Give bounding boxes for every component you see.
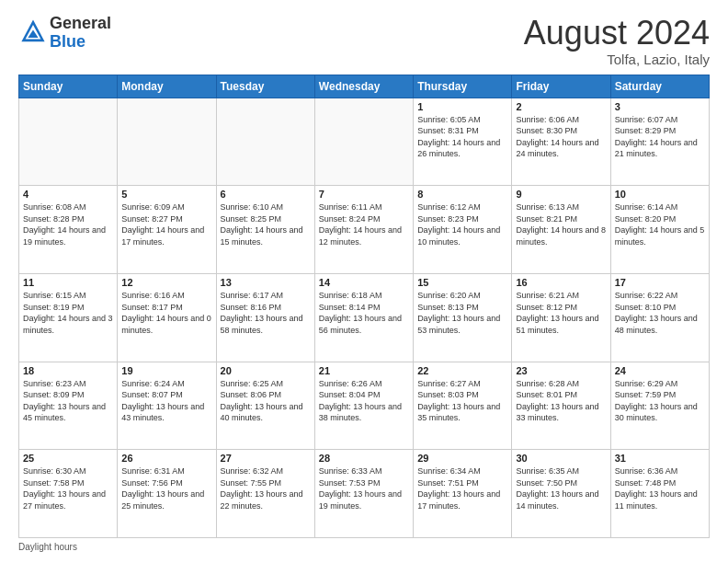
day-number: 30 bbox=[516, 453, 606, 464]
day-number: 3 bbox=[615, 101, 705, 112]
day-detail: Sunrise: 6:32 AM Sunset: 7:55 PM Dayligh… bbox=[221, 465, 311, 511]
day-detail: Sunrise: 6:35 AM Sunset: 7:50 PM Dayligh… bbox=[516, 465, 606, 511]
day-detail: Sunrise: 6:36 AM Sunset: 7:48 PM Dayligh… bbox=[615, 465, 705, 511]
day-number: 9 bbox=[516, 189, 606, 200]
calendar-cell bbox=[216, 98, 314, 186]
day-number: 25 bbox=[23, 453, 113, 464]
calendar-cell: 23Sunrise: 6:28 AM Sunset: 8:01 PM Dayli… bbox=[512, 362, 610, 450]
logo-general: General bbox=[50, 14, 111, 32]
calendar-cell: 19Sunrise: 6:24 AM Sunset: 8:07 PM Dayli… bbox=[118, 362, 216, 450]
day-number: 29 bbox=[417, 453, 507, 464]
calendar-cell: 27Sunrise: 6:32 AM Sunset: 7:55 PM Dayli… bbox=[216, 450, 314, 538]
daylight-label: Daylight hours bbox=[18, 542, 77, 552]
footer: Daylight hours bbox=[18, 542, 710, 552]
logo-text: General Blue bbox=[50, 15, 111, 52]
calendar-cell: 30Sunrise: 6:35 AM Sunset: 7:50 PM Dayli… bbox=[512, 450, 610, 538]
day-detail: Sunrise: 6:08 AM Sunset: 8:28 PM Dayligh… bbox=[23, 201, 113, 247]
day-number: 21 bbox=[319, 365, 409, 376]
location: Tolfa, Lazio, Italy bbox=[524, 52, 710, 67]
day-detail: Sunrise: 6:25 AM Sunset: 8:06 PM Dayligh… bbox=[221, 378, 311, 424]
calendar-week-4: 18Sunrise: 6:23 AM Sunset: 8:09 PM Dayli… bbox=[19, 362, 710, 450]
calendar-cell bbox=[19, 98, 118, 186]
title-block: August 2024 Tolfa, Lazio, Italy bbox=[524, 15, 710, 67]
col-wednesday: Wednesday bbox=[314, 75, 413, 98]
day-number: 6 bbox=[221, 189, 311, 200]
day-number: 12 bbox=[121, 277, 211, 288]
day-detail: Sunrise: 6:11 AM Sunset: 8:24 PM Dayligh… bbox=[319, 201, 409, 247]
day-number: 16 bbox=[516, 277, 606, 288]
day-detail: Sunrise: 6:22 AM Sunset: 8:10 PM Dayligh… bbox=[615, 290, 705, 336]
day-number: 11 bbox=[23, 277, 113, 288]
day-detail: Sunrise: 6:14 AM Sunset: 8:20 PM Dayligh… bbox=[615, 201, 705, 247]
col-sunday: Sunday bbox=[19, 75, 118, 98]
day-detail: Sunrise: 6:28 AM Sunset: 8:01 PM Dayligh… bbox=[516, 378, 606, 424]
calendar-cell: 8Sunrise: 6:12 AM Sunset: 8:23 PM Daylig… bbox=[414, 186, 512, 274]
calendar-table: Sunday Monday Tuesday Wednesday Thursday… bbox=[18, 75, 710, 538]
calendar-cell: 6Sunrise: 6:10 AM Sunset: 8:25 PM Daylig… bbox=[216, 186, 314, 274]
day-number: 24 bbox=[615, 365, 705, 376]
calendar-cell: 13Sunrise: 6:17 AM Sunset: 8:16 PM Dayli… bbox=[216, 273, 314, 362]
day-number: 18 bbox=[23, 365, 113, 376]
day-number: 10 bbox=[615, 189, 705, 200]
calendar-cell: 29Sunrise: 6:34 AM Sunset: 7:51 PM Dayli… bbox=[414, 450, 512, 538]
day-number: 31 bbox=[615, 453, 705, 464]
day-detail: Sunrise: 6:07 AM Sunset: 8:29 PM Dayligh… bbox=[615, 114, 705, 160]
day-number: 15 bbox=[417, 277, 507, 288]
calendar-week-5: 25Sunrise: 6:30 AM Sunset: 7:58 PM Dayli… bbox=[19, 450, 710, 538]
calendar-cell: 9Sunrise: 6:13 AM Sunset: 8:21 PM Daylig… bbox=[512, 186, 610, 274]
day-detail: Sunrise: 6:24 AM Sunset: 8:07 PM Dayligh… bbox=[121, 378, 211, 424]
day-detail: Sunrise: 6:20 AM Sunset: 8:13 PM Dayligh… bbox=[417, 290, 507, 336]
day-number: 14 bbox=[319, 277, 409, 288]
day-detail: Sunrise: 6:27 AM Sunset: 8:03 PM Dayligh… bbox=[417, 378, 507, 424]
day-detail: Sunrise: 6:34 AM Sunset: 7:51 PM Dayligh… bbox=[417, 465, 507, 511]
day-number: 23 bbox=[516, 365, 606, 376]
calendar-cell: 7Sunrise: 6:11 AM Sunset: 8:24 PM Daylig… bbox=[314, 186, 413, 274]
calendar-header-row: Sunday Monday Tuesday Wednesday Thursday… bbox=[19, 75, 710, 98]
day-detail: Sunrise: 6:15 AM Sunset: 8:19 PM Dayligh… bbox=[23, 290, 113, 336]
calendar-cell: 18Sunrise: 6:23 AM Sunset: 8:09 PM Dayli… bbox=[19, 362, 118, 450]
logo-icon bbox=[20, 18, 46, 44]
day-detail: Sunrise: 6:23 AM Sunset: 8:09 PM Dayligh… bbox=[23, 378, 113, 424]
day-number: 19 bbox=[121, 365, 211, 376]
calendar-cell: 22Sunrise: 6:27 AM Sunset: 8:03 PM Dayli… bbox=[414, 362, 512, 450]
calendar-cell: 14Sunrise: 6:18 AM Sunset: 8:14 PM Dayli… bbox=[314, 273, 413, 362]
calendar-week-3: 11Sunrise: 6:15 AM Sunset: 8:19 PM Dayli… bbox=[19, 273, 710, 362]
day-detail: Sunrise: 6:29 AM Sunset: 7:59 PM Dayligh… bbox=[615, 378, 705, 424]
day-number: 4 bbox=[23, 189, 113, 200]
calendar-cell: 21Sunrise: 6:26 AM Sunset: 8:04 PM Dayli… bbox=[314, 362, 413, 450]
day-number: 1 bbox=[417, 101, 507, 112]
day-number: 7 bbox=[319, 189, 409, 200]
header: General Blue August 2024 Tolfa, Lazio, I… bbox=[18, 15, 710, 67]
day-detail: Sunrise: 6:33 AM Sunset: 7:53 PM Dayligh… bbox=[319, 465, 409, 511]
day-number: 5 bbox=[121, 189, 211, 200]
calendar-cell: 12Sunrise: 6:16 AM Sunset: 8:17 PM Dayli… bbox=[118, 273, 216, 362]
calendar-cell: 1Sunrise: 6:05 AM Sunset: 8:31 PM Daylig… bbox=[414, 98, 512, 186]
col-tuesday: Tuesday bbox=[216, 75, 314, 98]
day-detail: Sunrise: 6:05 AM Sunset: 8:31 PM Dayligh… bbox=[417, 114, 507, 160]
day-detail: Sunrise: 6:06 AM Sunset: 8:30 PM Dayligh… bbox=[516, 114, 606, 160]
calendar-cell: 24Sunrise: 6:29 AM Sunset: 7:59 PM Dayli… bbox=[610, 362, 709, 450]
calendar-week-2: 4Sunrise: 6:08 AM Sunset: 8:28 PM Daylig… bbox=[19, 186, 710, 274]
calendar-cell: 25Sunrise: 6:30 AM Sunset: 7:58 PM Dayli… bbox=[19, 450, 118, 538]
day-detail: Sunrise: 6:26 AM Sunset: 8:04 PM Dayligh… bbox=[319, 378, 409, 424]
calendar-cell: 5Sunrise: 6:09 AM Sunset: 8:27 PM Daylig… bbox=[118, 186, 216, 274]
calendar-cell: 10Sunrise: 6:14 AM Sunset: 8:20 PM Dayli… bbox=[610, 186, 709, 274]
day-number: 13 bbox=[221, 277, 311, 288]
day-number: 26 bbox=[121, 453, 211, 464]
calendar-cell bbox=[314, 98, 413, 186]
calendar-cell: 26Sunrise: 6:31 AM Sunset: 7:56 PM Dayli… bbox=[118, 450, 216, 538]
col-friday: Friday bbox=[512, 75, 610, 98]
col-monday: Monday bbox=[118, 75, 216, 98]
day-number: 8 bbox=[417, 189, 507, 200]
calendar-cell: 2Sunrise: 6:06 AM Sunset: 8:30 PM Daylig… bbox=[512, 98, 610, 186]
day-detail: Sunrise: 6:18 AM Sunset: 8:14 PM Dayligh… bbox=[319, 290, 409, 336]
calendar-cell: 3Sunrise: 6:07 AM Sunset: 8:29 PM Daylig… bbox=[610, 98, 709, 186]
day-detail: Sunrise: 6:21 AM Sunset: 8:12 PM Dayligh… bbox=[516, 290, 606, 336]
calendar-cell: 17Sunrise: 6:22 AM Sunset: 8:10 PM Dayli… bbox=[610, 273, 709, 362]
day-detail: Sunrise: 6:16 AM Sunset: 8:17 PM Dayligh… bbox=[121, 290, 211, 336]
day-number: 2 bbox=[516, 101, 606, 112]
calendar-cell: 28Sunrise: 6:33 AM Sunset: 7:53 PM Dayli… bbox=[314, 450, 413, 538]
calendar-cell: 11Sunrise: 6:15 AM Sunset: 8:19 PM Dayli… bbox=[19, 273, 118, 362]
month-year: August 2024 bbox=[524, 15, 710, 52]
calendar-week-1: 1Sunrise: 6:05 AM Sunset: 8:31 PM Daylig… bbox=[19, 98, 710, 186]
